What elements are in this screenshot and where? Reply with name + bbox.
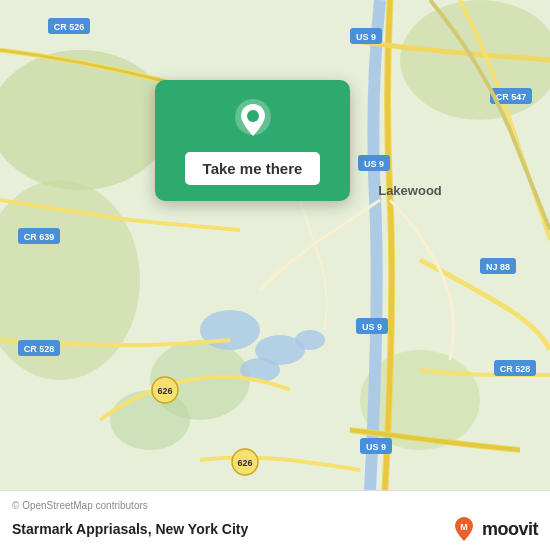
svg-text:US 9: US 9 bbox=[356, 32, 376, 42]
svg-text:CR 528: CR 528 bbox=[24, 344, 55, 354]
svg-point-6 bbox=[110, 390, 190, 450]
bottom-bar: © OpenStreetMap contributors Starmark Ap… bbox=[0, 490, 550, 550]
pin-icon bbox=[231, 98, 275, 142]
moovit-text: moovit bbox=[482, 519, 538, 540]
svg-point-7 bbox=[200, 310, 260, 350]
svg-point-37 bbox=[247, 110, 259, 122]
location-name: Starmark Appriasals, New York City bbox=[12, 521, 248, 537]
svg-text:NJ 88: NJ 88 bbox=[486, 262, 510, 272]
svg-text:CR 528: CR 528 bbox=[500, 364, 531, 374]
svg-text:Lakewood: Lakewood bbox=[378, 183, 442, 198]
moovit-logo: M moovit bbox=[450, 515, 538, 543]
take-me-there-button[interactable]: Take me there bbox=[185, 152, 321, 185]
map-container: CR 526 US 9 CR 547 US 9 CR 639 NJ 88 US … bbox=[0, 0, 550, 490]
svg-text:626: 626 bbox=[157, 386, 172, 396]
svg-text:US 9: US 9 bbox=[362, 322, 382, 332]
svg-text:626: 626 bbox=[237, 458, 252, 468]
copyright-text: © OpenStreetMap contributors bbox=[12, 500, 538, 511]
bottom-row: Starmark Appriasals, New York City M moo… bbox=[12, 515, 538, 543]
svg-text:CR 547: CR 547 bbox=[496, 92, 527, 102]
svg-text:CR 526: CR 526 bbox=[54, 22, 85, 32]
svg-text:M: M bbox=[460, 522, 468, 532]
moovit-icon: M bbox=[450, 515, 478, 543]
svg-text:US 9: US 9 bbox=[366, 442, 386, 452]
svg-text:CR 639: CR 639 bbox=[24, 232, 55, 242]
location-card[interactable]: Take me there bbox=[155, 80, 350, 201]
svg-point-10 bbox=[295, 330, 325, 350]
svg-text:US 9: US 9 bbox=[364, 159, 384, 169]
